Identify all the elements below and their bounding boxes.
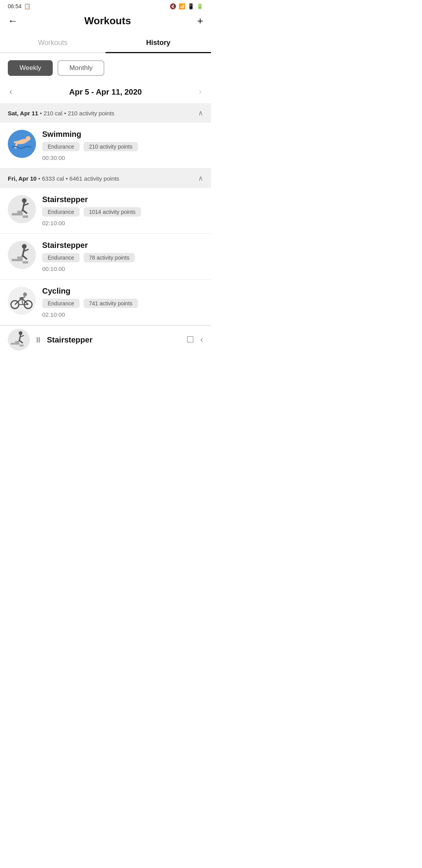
stairstepper-1-name: Stairstepper (42, 195, 203, 204)
swimming-category-tag: Endurance (42, 142, 80, 151)
svg-point-15 (8, 241, 36, 269)
svg-point-35 (8, 329, 30, 351)
day-header-text-apr11: Sat, Apr 11 • 210 cal • 210 activity poi… (8, 110, 114, 117)
stairstepper-avatar-partial (8, 329, 30, 351)
day-header-text-apr10: Fri, Apr 10 • 6333 cal • 6461 activity p… (8, 175, 119, 182)
partial-stairstepper-label: Stairstepper (47, 335, 93, 344)
page-title: Workouts (84, 15, 131, 27)
svg-rect-14 (23, 215, 28, 218)
workout-swimming: Swimming Endurance 210 activity points 0… (0, 123, 211, 169)
svg-rect-22 (17, 256, 23, 261)
collapse-apr11[interactable]: ∧ (198, 109, 203, 117)
workout-stairstepper-2: Stairstepper Endurance 78 activity point… (0, 234, 211, 280)
stairstepper-2-duration: 00:10:00 (42, 265, 203, 272)
swimming-duration: 00:30:00 (42, 154, 203, 161)
tab-workouts[interactable]: Workouts (0, 33, 106, 52)
date-range-label: Apr 5 - Apr 11, 2020 (69, 88, 142, 97)
stairstepper-avatar-2 (8, 241, 36, 269)
stairstepper-2-category-tag: Endurance (42, 253, 80, 262)
tab-bar: Workouts History (0, 33, 211, 53)
stairstepper-2-points-tag: 78 activity points (84, 253, 135, 262)
stairstepper-2-name: Stairstepper (42, 241, 203, 250)
stairstepper-1-category-tag: Endurance (42, 207, 80, 217)
svg-rect-21 (12, 259, 17, 261)
swimming-info: Swimming Endurance 210 activity points 0… (42, 130, 203, 161)
cycling-category-tag: Endurance (42, 299, 80, 308)
workout-cycling: Cycling Endurance 741 activity points 02… (0, 280, 211, 325)
app-header: ← Workouts + (0, 11, 211, 33)
view-toggle-row: Weekly Monthly (0, 53, 211, 83)
svg-rect-41 (11, 343, 15, 345)
cycling-duration: 02:10:00 (42, 311, 203, 318)
stairstepper-1-duration: 02:10:00 (42, 220, 203, 226)
mute-icon: 🔇 (170, 3, 176, 9)
svg-rect-23 (23, 261, 28, 264)
signal-icon: 📱 (188, 3, 194, 9)
svg-point-6 (8, 195, 36, 223)
time: 06:54 (8, 3, 21, 9)
swimming-avatar (8, 130, 36, 158)
back-button[interactable]: ← (8, 15, 18, 27)
svg-line-32 (20, 298, 23, 298)
svg-rect-42 (15, 341, 20, 344)
stairstepper-2-info: Stairstepper Endurance 78 activity point… (42, 241, 203, 272)
cycling-name: Cycling (42, 287, 203, 296)
status-bar: 06:54 📋 🔇 📶 📱 🔋 (0, 0, 211, 11)
weekly-toggle[interactable]: Weekly (8, 60, 53, 76)
cycling-info: Cycling Endurance 741 activity points 02… (42, 287, 203, 318)
svg-rect-43 (20, 344, 24, 346)
swimming-points-tag: 210 activity points (84, 142, 138, 151)
swimming-name: Swimming (42, 130, 203, 139)
stairstepper-avatar-1 (8, 195, 36, 223)
next-week-button[interactable]: › (199, 87, 202, 97)
cycling-avatar (8, 287, 36, 315)
day-header-apr11: Sat, Apr 11 • 210 cal • 210 activity poi… (0, 103, 211, 123)
stairstepper-1-tags: Endurance 1014 activity points (42, 207, 203, 217)
back-bottom-icon[interactable]: ‹ (200, 335, 203, 345)
svg-rect-12 (12, 213, 17, 215)
status-left: 06:54 📋 (8, 3, 30, 9)
stairstepper-1-info: Stairstepper Endurance 1014 activity poi… (42, 195, 203, 226)
status-right: 🔇 📶 📱 🔋 (170, 3, 203, 9)
pause-icon: ⏸ (34, 335, 42, 344)
stairstepper-2-tags: Endurance 78 activity points (42, 253, 203, 262)
day-header-apr10: Fri, Apr 10 • 6333 cal • 6461 activity p… (0, 169, 211, 188)
add-button[interactable]: + (197, 15, 203, 27)
collapse-apr10[interactable]: ∧ (198, 174, 203, 183)
workout-stairstepper-1: Stairstepper Endurance 1014 activity poi… (0, 188, 211, 234)
cycling-tags: Endurance 741 activity points (42, 299, 203, 308)
tab-history[interactable]: History (106, 33, 211, 52)
svg-point-33 (23, 292, 27, 296)
workout-stairstepper-partial: ⏸ Stairstepper ☐ ‹ (0, 325, 211, 354)
svg-rect-13 (17, 211, 23, 215)
bottom-bar-controls: ☐ ‹ (186, 335, 203, 345)
stairstepper-1-points-tag: 1014 activity points (84, 207, 141, 217)
cycling-points-tag: 741 activity points (84, 299, 138, 308)
notification-icon: 📋 (24, 3, 30, 9)
monthly-toggle[interactable]: Monthly (57, 60, 104, 76)
battery-icon: 🔋 (197, 3, 203, 9)
wifi-icon: 📶 (179, 3, 185, 9)
checkbox-icon[interactable]: ☐ (186, 335, 194, 345)
prev-week-button[interactable]: ‹ (9, 87, 12, 97)
date-navigation: ‹ Apr 5 - Apr 11, 2020 › (0, 83, 211, 103)
swimming-tags: Endurance 210 activity points (42, 142, 203, 151)
